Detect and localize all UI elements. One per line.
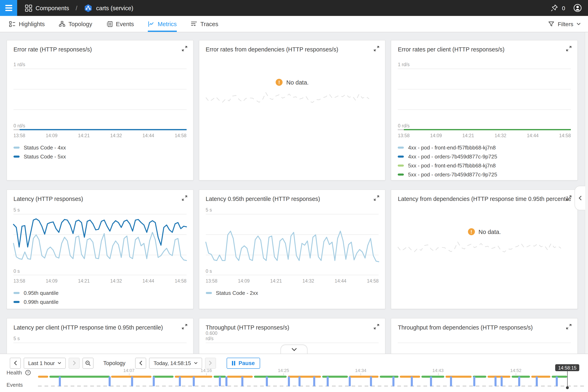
legend-item[interactable]: 5xx - pod - front-end-f57fbbb68-kj7n8 bbox=[398, 162, 571, 169]
legend-item[interactable]: 0.95th quantile bbox=[14, 290, 186, 296]
time-back-button[interactable] bbox=[135, 358, 146, 368]
event-bar[interactable] bbox=[109, 376, 111, 386]
plot[interactable]: 5 s bbox=[14, 342, 186, 354]
help-icon[interactable]: ? bbox=[25, 370, 31, 376]
avatar-icon bbox=[573, 4, 582, 12]
expand-icon[interactable] bbox=[182, 46, 187, 52]
event-bar[interactable] bbox=[556, 376, 558, 386]
event-bar[interactable] bbox=[152, 376, 154, 386]
pause-button[interactable]: Pause bbox=[226, 358, 260, 368]
card-title: Throughput (HTTP responses/s) bbox=[206, 324, 378, 332]
event-bar[interactable] bbox=[392, 376, 395, 386]
series-flat-line bbox=[404, 129, 571, 130]
x-tick-label: 14:21 bbox=[462, 133, 474, 138]
breadcrumb-entity[interactable]: carts (service) bbox=[84, 4, 133, 12]
legend-swatch bbox=[398, 164, 404, 166]
plot[interactable]: 5 s0 s bbox=[14, 214, 186, 275]
timestamp-dropdown[interactable]: Today, 14:58:15 bbox=[149, 358, 202, 368]
expand-icon[interactable] bbox=[566, 324, 572, 330]
cursor-dot bbox=[566, 386, 569, 389]
no-data-message: !No data. bbox=[392, 228, 578, 235]
event-bar[interactable] bbox=[473, 376, 475, 386]
health-bar bbox=[38, 376, 568, 378]
series-line bbox=[206, 231, 378, 262]
scroll-down-tab[interactable] bbox=[280, 345, 308, 354]
event-bar[interactable] bbox=[494, 376, 496, 386]
plot[interactable]: 5 s0 s bbox=[206, 214, 378, 275]
chevron-down-icon bbox=[291, 348, 297, 351]
expand-icon[interactable] bbox=[374, 195, 380, 201]
tab-traces[interactable]: Traces bbox=[191, 16, 218, 32]
legend-item[interactable]: 0.99th quantile bbox=[14, 299, 186, 305]
time-control-panel: Last 1 hour Topology Today, 14:58:15 bbox=[0, 354, 588, 392]
legend-item[interactable]: Status Code - 4xx bbox=[14, 144, 186, 151]
timeline-tick-label: 14:16 bbox=[200, 368, 212, 373]
event-bar[interactable] bbox=[298, 376, 300, 386]
legend-item[interactable]: Status Code - 2xx bbox=[206, 290, 378, 296]
event-bar[interactable] bbox=[59, 376, 61, 386]
legend-item[interactable]: 5xx - pod - orders-7b459d877c-9p725 bbox=[398, 172, 571, 178]
health-segment bbox=[288, 376, 321, 378]
event-bar[interactable] bbox=[410, 376, 412, 386]
svg-text:?: ? bbox=[27, 371, 29, 374]
expand-icon[interactable] bbox=[374, 46, 380, 52]
pin-icon[interactable] bbox=[550, 4, 558, 12]
breadcrumb-components[interactable]: Components bbox=[25, 4, 69, 12]
event-bar[interactable] bbox=[450, 376, 452, 386]
health-segment bbox=[446, 376, 472, 378]
timeline-plot[interactable]: 14:58:15 14:0714:1614:2514:3414:4314:52 bbox=[38, 368, 586, 392]
event-bar[interactable] bbox=[536, 376, 538, 386]
event-bar[interactable] bbox=[192, 376, 194, 386]
timeline-tick-mark bbox=[516, 373, 516, 375]
tab-highlights[interactable]: Highlights bbox=[9, 16, 45, 32]
plot[interactable]: 1 rd/s0 rd/s bbox=[398, 68, 571, 130]
event-bar[interactable] bbox=[349, 376, 351, 386]
x-tick-label: 14:58 bbox=[175, 278, 186, 284]
event-bar[interactable] bbox=[327, 376, 329, 386]
events-baseline bbox=[38, 386, 586, 387]
event-bar[interactable] bbox=[131, 376, 133, 386]
expand-icon[interactable] bbox=[182, 324, 187, 330]
legend-item[interactable]: Status Code - 5xx bbox=[14, 154, 186, 160]
event-bar[interactable] bbox=[241, 376, 243, 386]
event-bar[interactable] bbox=[219, 376, 221, 386]
legend-item[interactable]: 4xx - pod - orders-7b459d877c-9p725 bbox=[398, 154, 571, 160]
event-bar[interactable] bbox=[370, 376, 372, 386]
event-bar[interactable] bbox=[313, 376, 315, 386]
event-bar[interactable] bbox=[430, 376, 432, 386]
gridline bbox=[398, 110, 571, 110]
vertical-scrollbar[interactable] bbox=[585, 32, 588, 354]
no-data-message: !No data. bbox=[199, 79, 385, 86]
expand-icon[interactable] bbox=[374, 324, 380, 330]
event-bar[interactable] bbox=[500, 376, 503, 386]
range-back-button[interactable] bbox=[10, 358, 21, 368]
zoom-out-button[interactable] bbox=[82, 358, 94, 368]
tab-events[interactable]: Events bbox=[106, 16, 134, 32]
event-bar[interactable] bbox=[226, 376, 228, 386]
tab-topology[interactable]: Topology bbox=[58, 16, 92, 32]
tab-metrics[interactable]: Metrics bbox=[148, 16, 176, 32]
expand-icon[interactable] bbox=[182, 195, 187, 201]
filters-button[interactable]: Filters bbox=[548, 16, 588, 32]
x-tick-label: 14:09 bbox=[238, 278, 250, 284]
series-plot bbox=[14, 214, 186, 275]
time-range-dropdown[interactable]: Last 1 hour bbox=[24, 358, 66, 368]
menu-hamburger-button[interactable] bbox=[0, 0, 17, 16]
time-forward-button[interactable] bbox=[205, 358, 216, 368]
user-avatar[interactable] bbox=[573, 4, 582, 12]
event-bar[interactable] bbox=[288, 376, 290, 386]
x-tick-label: 14:09 bbox=[430, 133, 442, 138]
gridline bbox=[14, 110, 186, 110]
chart-area: 5 s0 s13:5814:0914:2114:3214:4414:58 bbox=[206, 214, 378, 284]
plot[interactable]: 1 rd/s0 rd/s bbox=[14, 68, 186, 130]
timeline-tick-mark bbox=[206, 373, 206, 375]
sidepanel-collapse-handle[interactable] bbox=[574, 186, 585, 210]
plot[interactable] bbox=[398, 342, 571, 354]
event-bar[interactable] bbox=[266, 376, 268, 386]
expand-icon[interactable] bbox=[566, 46, 572, 52]
expand-icon[interactable] bbox=[566, 195, 572, 201]
event-bar[interactable] bbox=[179, 376, 181, 386]
event-bar[interactable] bbox=[518, 376, 520, 386]
legend-item[interactable]: 4xx - pod - front-end-f57fbbb68-kj7n8 bbox=[398, 144, 571, 151]
range-forward-button[interactable] bbox=[68, 358, 80, 368]
